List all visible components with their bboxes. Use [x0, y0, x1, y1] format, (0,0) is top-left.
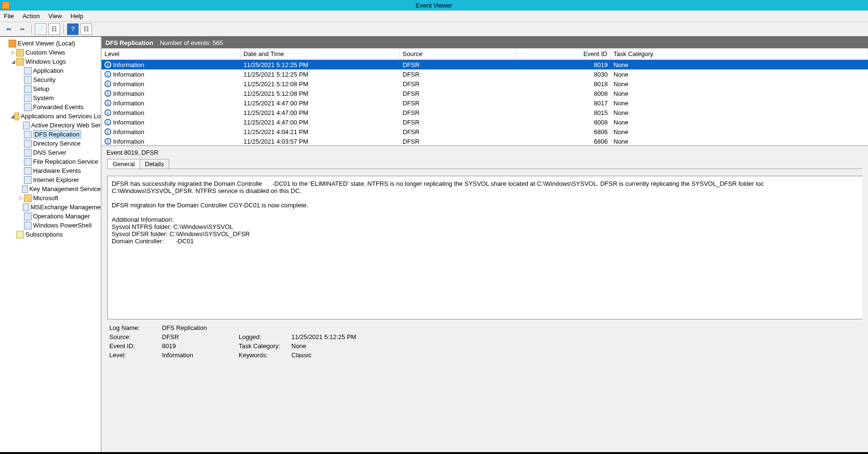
event-description[interactable]: DFSR has successfully migrated the Domai…	[107, 176, 862, 319]
log-icon	[24, 131, 32, 138]
tree-item-label: Application	[33, 67, 64, 74]
tree-as-ds[interactable]: Directory Service	[3, 139, 101, 148]
title-bar: Event Viewer	[0, 0, 868, 11]
event-source: DFSR	[400, 71, 517, 78]
tree-as-ie[interactable]: Internet Explorer	[3, 175, 101, 184]
tab-details[interactable]: Details	[139, 159, 169, 169]
event-task-category: None	[611, 128, 868, 136]
refresh-button[interactable]: ☷	[81, 23, 92, 35]
tree-custom-views[interactable]: ▷ Custom Views	[3, 48, 101, 57]
tree-root-label: Event Viewer (Local)	[18, 40, 75, 47]
tree-as-ms[interactable]: ▷Microsoft	[3, 193, 101, 203]
tree-subscriptions[interactable]: Subscriptions	[3, 230, 101, 239]
tree-item-label: Operations Manager	[33, 213, 90, 220]
event-source: DFSR	[400, 90, 517, 97]
collapse-icon[interactable]: ◢	[11, 59, 16, 64]
event-row[interactable]: iInformation11/25/2021 4:47:00 PMDFSR801…	[102, 108, 868, 117]
tree-as-hw[interactable]: Hardware Events	[3, 166, 101, 175]
event-source: DFSR	[400, 128, 517, 136]
tree-item-label: DFS Replication	[33, 130, 81, 138]
event-level: Information	[113, 128, 144, 136]
tree-as-adws[interactable]: Active Directory Web Ser	[3, 121, 101, 130]
event-row[interactable]: iInformation11/25/2021 5:12:08 PMDFSR800…	[102, 89, 868, 98]
tree-as-msx[interactable]: MSExchange Manageme	[3, 203, 101, 212]
event-id: 8015	[517, 109, 611, 116]
event-source: DFSR	[400, 138, 517, 145]
tree-item-label: Directory Service	[33, 140, 81, 147]
tree-wl-setup[interactable]: Setup	[3, 84, 101, 93]
event-source: DFSR	[400, 100, 517, 107]
event-id: 8030	[517, 71, 611, 78]
expand-icon[interactable]: ▷	[18, 195, 24, 201]
menu-action[interactable]: Action	[23, 12, 40, 20]
col-taskcat[interactable]: Task Category	[611, 48, 868, 59]
prop-logname-value: DFS Replication	[162, 324, 239, 331]
menu-bar: File Action View Help	[0, 11, 868, 22]
bottom-strip	[0, 452, 868, 454]
prop-keywords-value: Classic	[291, 352, 406, 359]
col-date[interactable]: Date and Time	[241, 48, 400, 59]
event-row[interactable]: iInformation11/25/2021 5:12:08 PMDFSR801…	[102, 79, 868, 89]
event-date: 11/25/2021 5:12:08 PM	[241, 90, 400, 97]
tree-as-dfs[interactable]: DFS Replication	[3, 130, 101, 139]
prop-eventid-label: Event ID:	[109, 342, 162, 350]
show-hide-tree-button[interactable]: 📄	[35, 23, 46, 35]
col-level[interactable]: Level	[102, 48, 241, 59]
tree-item-label: Internet Explorer	[33, 176, 79, 183]
tab-general[interactable]: General	[107, 159, 140, 169]
tree-app-services[interactable]: ◢ Applications and Services Lo	[3, 112, 101, 121]
log-header-count: Number of events: 565	[160, 39, 223, 46]
tree-wl-application[interactable]: Application	[3, 66, 101, 75]
event-task-category: None	[611, 61, 868, 68]
properties-button[interactable]: ☷	[48, 23, 60, 35]
folder-icon	[14, 113, 19, 120]
tree-as-kms[interactable]: Key Management Service	[3, 184, 101, 193]
event-row[interactable]: iInformation11/25/2021 5:12:25 PMDFSR801…	[102, 60, 868, 69]
right-pane: DFS Replication Number of events: 565 Le…	[102, 37, 868, 452]
event-row[interactable]: iInformation11/25/2021 4:04:21 PMDFSR680…	[102, 127, 868, 136]
help-button[interactable]: ?	[67, 23, 79, 35]
tree-windows-logs[interactable]: ◢ Windows Logs	[3, 57, 101, 66]
expand-icon[interactable]: ▷	[11, 50, 16, 55]
forward-button[interactable]: ➡	[16, 23, 28, 35]
back-button[interactable]: ⬅	[3, 23, 14, 35]
tree-root[interactable]: Event Viewer (Local)	[3, 39, 101, 48]
event-row[interactable]: iInformation11/25/2021 5:12:25 PMDFSR803…	[102, 69, 868, 79]
tree-item-label: MSExchange Manageme	[31, 204, 101, 211]
event-row[interactable]: iInformation11/25/2021 4:47:00 PMDFSR801…	[102, 98, 868, 108]
tree-item-label: Microsoft	[33, 194, 58, 202]
tree-wl-forwarded[interactable]: Forwarded Events	[3, 102, 101, 112]
tree-as-frs[interactable]: File Replication Service	[3, 157, 101, 166]
event-task-category: None	[611, 109, 868, 116]
tree-wl-security[interactable]: Security	[3, 75, 101, 84]
tree-as-dns[interactable]: DNS Server	[3, 148, 101, 157]
app-icon	[2, 1, 10, 9]
details-pane: Event 8019, DFSR General Details DFSR ha…	[102, 146, 868, 452]
folder-icon	[16, 58, 24, 66]
tree-item-label: Subscriptions	[25, 231, 63, 238]
event-date: 11/25/2021 4:03:57 PM	[241, 138, 400, 145]
event-source: DFSR	[400, 119, 517, 126]
tree-pane[interactable]: Event Viewer (Local) ▷ Custom Views ◢ Wi…	[0, 37, 102, 452]
event-list[interactable]: Level Date and Time Source Event ID Task…	[102, 48, 868, 146]
event-row[interactable]: iInformation11/25/2021 4:47:00 PMDFSR800…	[102, 117, 868, 127]
menu-help[interactable]: Help	[70, 12, 83, 20]
col-eventid[interactable]: Event ID	[517, 48, 611, 59]
menu-file[interactable]: File	[4, 12, 14, 20]
event-task-category: None	[611, 119, 868, 126]
event-level: Information	[113, 109, 144, 116]
event-source: DFSR	[400, 61, 517, 68]
event-date: 11/25/2021 5:12:25 PM	[241, 61, 400, 68]
tree-item-label: Key Management Service	[29, 185, 101, 193]
event-row[interactable]: iInformation11/25/2021 4:03:57 PMDFSR680…	[102, 136, 868, 146]
tree-as-ps[interactable]: Windows PowerShell	[3, 221, 101, 230]
event-task-category: None	[611, 100, 868, 107]
event-task-category: None	[611, 71, 868, 78]
tree-item-label: File Replication Service	[33, 158, 98, 165]
tree-item-label: Forwarded Events	[33, 103, 84, 111]
col-source[interactable]: Source	[400, 48, 517, 59]
collapse-icon[interactable]: ◢	[11, 114, 14, 119]
tree-as-om[interactable]: Operations Manager	[3, 212, 101, 221]
tree-wl-system[interactable]: System	[3, 93, 101, 102]
menu-view[interactable]: View	[48, 12, 62, 20]
